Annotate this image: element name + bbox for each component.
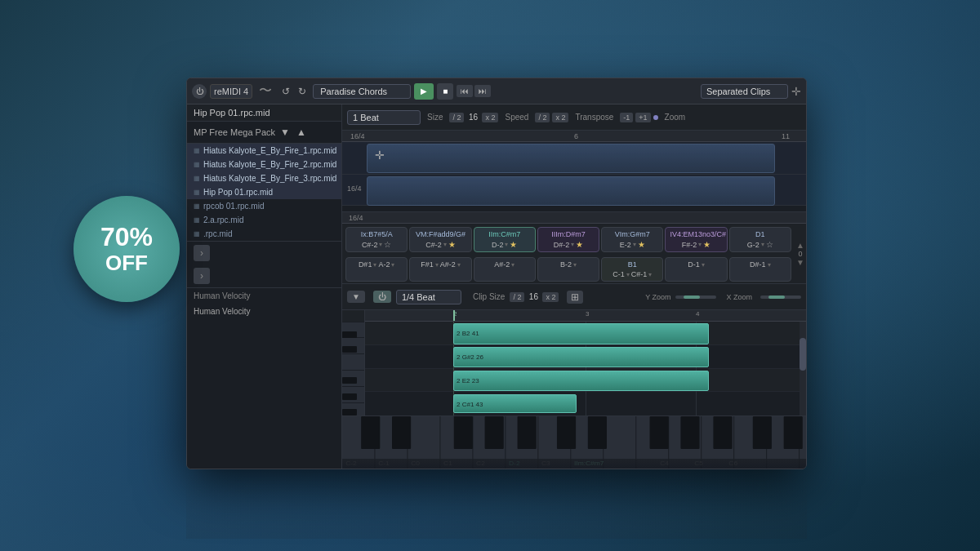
note-label-3: 2 E2 23: [454, 377, 479, 384]
nav-buttons: ⏮ ⏭: [457, 85, 491, 97]
chord-scroll-down-btn[interactable]: ▼: [796, 258, 804, 267]
size-x2-btn[interactable]: x 2: [482, 113, 498, 122]
chord-arrows-5[interactable]: ▾: [633, 241, 636, 248]
quarter-beat-dropdown[interactable]: 1/4 Beat: [396, 290, 461, 304]
chord-cell-r2-2[interactable]: F#1 ▾ A#-2 ▾: [409, 257, 471, 282]
pack-up-btn[interactable]: ▲: [295, 125, 308, 140]
chord-arrows-r2-6[interactable]: ▾: [702, 261, 705, 269]
list-item[interactable]: ▦ Hip Pop 01.rpc.mid: [187, 185, 341, 199]
keyboard-bottom-shadow: [342, 459, 806, 469]
svg-rect-39: [784, 416, 803, 449]
chord-cell-4[interactable]: IIIm:D#m7 D#-2 ▾ ★: [537, 227, 599, 252]
list-item[interactable]: ▦ 2.a.rpc.mid: [187, 213, 341, 227]
list-item[interactable]: ▦ Hiatus Kalyote_E_By_Fire_1.rpc.mid: [187, 144, 341, 158]
chord-arrows-r2-7[interactable]: ▾: [768, 261, 771, 269]
chord-arrows-3[interactable]: ▾: [505, 241, 508, 248]
chord-note-r2-1: D#1: [359, 260, 372, 269]
preset-dropdown[interactable]: Paradise Chords: [313, 84, 411, 99]
transpose-minus-btn[interactable]: -1: [620, 113, 633, 122]
pattern-track-2[interactable]: 16/4: [342, 175, 806, 206]
chord-star-1[interactable]: ☆: [384, 240, 391, 249]
app-title-label[interactable]: reMIDI 4: [210, 84, 252, 99]
chord-note-7: G-2: [747, 241, 760, 249]
prev-button[interactable]: ⏮: [457, 85, 473, 97]
chord-arrows2-r2-1[interactable]: ▾: [391, 261, 394, 269]
list-item[interactable]: ▦ .rpc.mid: [187, 227, 341, 241]
transpose-plus-btn[interactable]: +1: [635, 113, 650, 122]
move-cursor[interactable]: ✛: [375, 149, 385, 162]
chord-cell-5[interactable]: VIm:G#m7 E-2 ▾ ★: [601, 227, 663, 252]
power-button[interactable]: ⏻: [192, 84, 207, 99]
clip-div2-btn[interactable]: / 2: [510, 292, 524, 302]
chord-arrows-r2-1[interactable]: ▾: [373, 261, 376, 269]
chord-cell-3[interactable]: IIm:C#m7 D-2 ▾ ★: [474, 227, 536, 252]
chord-arrows-r2-4[interactable]: ▾: [573, 261, 577, 269]
next-button[interactable]: ⏭: [474, 85, 491, 97]
chord-arrows2-r2-5[interactable]: ▾: [648, 271, 652, 278]
chord-cell-r2-5[interactable]: B1 C-1 ▾ C#-1 ▾: [601, 257, 663, 282]
list-item[interactable]: ▦ rpcob 01.rpc.mid: [187, 199, 341, 213]
chord-cell-r2-3[interactable]: A#-2 ▾: [474, 257, 536, 282]
chord-cell-6[interactable]: IV4:EM13no3/C# F#-2 ▾ ★: [665, 227, 727, 252]
grid-toggle-btn[interactable]: ⊞: [567, 291, 583, 304]
chord-cell-r2-7[interactable]: D#-1 ▾: [729, 257, 791, 282]
chord-cell-r2-6[interactable]: D-1 ▾: [665, 257, 727, 282]
pattern-block: [367, 144, 775, 173]
chord-arrows-2[interactable]: ▾: [443, 241, 447, 248]
chord-arrows-4[interactable]: ▾: [571, 241, 574, 248]
svg-rect-28: [361, 416, 380, 449]
chord-star-6[interactable]: ★: [703, 240, 710, 249]
list-item[interactable]: ▦ Hiatus Kalyote_E_By_Fire_2.rpc.mid: [187, 158, 341, 171]
chord-star-5[interactable]: ★: [638, 240, 645, 249]
chord-cell-1[interactable]: Ix:B7#5/A C#-2 ▾ ☆: [345, 227, 408, 252]
chord-note-4: D#-2: [554, 241, 570, 249]
chord-cell-r2-1[interactable]: D#1 ▾ A-2 ▾: [345, 257, 408, 282]
chord-star-7[interactable]: ☆: [766, 240, 773, 249]
chord-arrows-1[interactable]: ▾: [379, 241, 382, 248]
chord-arrows-r2-2[interactable]: ▾: [435, 261, 439, 269]
undo-button[interactable]: ↺: [278, 84, 293, 99]
chord-cell-r2-4[interactable]: B-2 ▾: [537, 257, 599, 282]
expand-btn[interactable]: ›: [194, 245, 210, 261]
zoom-label: Zoom: [665, 113, 686, 122]
chord-scroll-up-btn[interactable]: ▲: [796, 241, 804, 250]
stop-button[interactable]: ■: [437, 83, 453, 100]
speed-div2-btn[interactable]: / 2: [535, 113, 550, 122]
chord-arrows-r2-3[interactable]: ▾: [511, 261, 514, 269]
chord-header: 16/4: [342, 212, 806, 224]
speed-x2-btn[interactable]: x 2: [552, 113, 568, 122]
chord-star-3[interactable]: ★: [510, 240, 517, 249]
chord-arrows-r2-5[interactable]: ▾: [626, 271, 630, 278]
chord-arrows-6[interactable]: ▾: [698, 241, 702, 248]
pack-dropdown-btn[interactable]: ▼: [278, 125, 292, 140]
clip-size-value: 16: [527, 292, 540, 301]
pattern-track-1[interactable]: ✛: [342, 142, 806, 175]
chord-cell-2[interactable]: VM:F#add9/G# C#-2 ▾ ★: [409, 227, 471, 252]
size-div2-btn[interactable]: / 2: [449, 113, 464, 122]
redo-button[interactable]: ↻: [295, 84, 310, 99]
timeline-marker-11: 11: [782, 132, 790, 140]
chord-arrows-7[interactable]: ▾: [761, 241, 764, 248]
y-zoom-slider[interactable]: [675, 295, 716, 299]
chord-star-2[interactable]: ★: [448, 240, 456, 249]
scrollbar-thumb[interactable]: [800, 338, 806, 371]
chord-star-4[interactable]: ★: [576, 240, 583, 249]
chord-time-sig: 16/4: [349, 214, 363, 222]
clips-mode-dropdown[interactable]: Separated Clips: [701, 84, 788, 99]
play-button[interactable]: ▶: [414, 83, 434, 100]
chord-arrows2-r2-2[interactable]: ▾: [457, 261, 461, 269]
clip-x2-btn[interactable]: x 2: [542, 292, 559, 302]
chord-cell-7[interactable]: D1 G-2 ▾ ☆: [729, 227, 791, 252]
list-item[interactable]: ▦ Hiatus Kalyote_E_By_Fire_3.rpc.mid: [187, 171, 341, 185]
x-zoom-slider[interactable]: [760, 295, 801, 299]
piano-roll-power-btn[interactable]: ⏻: [373, 291, 391, 303]
expand-btn-2[interactable]: ›: [194, 268, 210, 284]
size-label: Size: [427, 113, 443, 122]
move-icon[interactable]: ✛: [791, 85, 801, 98]
chord-note-2: C#-2: [425, 241, 442, 249]
playhead: [453, 310, 455, 321]
chord-note-1: C#-2: [362, 241, 378, 249]
piano-roll-down-btn[interactable]: ▼: [347, 291, 365, 303]
grid-body[interactable]: 2 B2 41 2 G#2 26 2 E2 23 2 C#1 43: [365, 322, 806, 415]
beat-dropdown[interactable]: 1 Beat: [347, 110, 421, 125]
